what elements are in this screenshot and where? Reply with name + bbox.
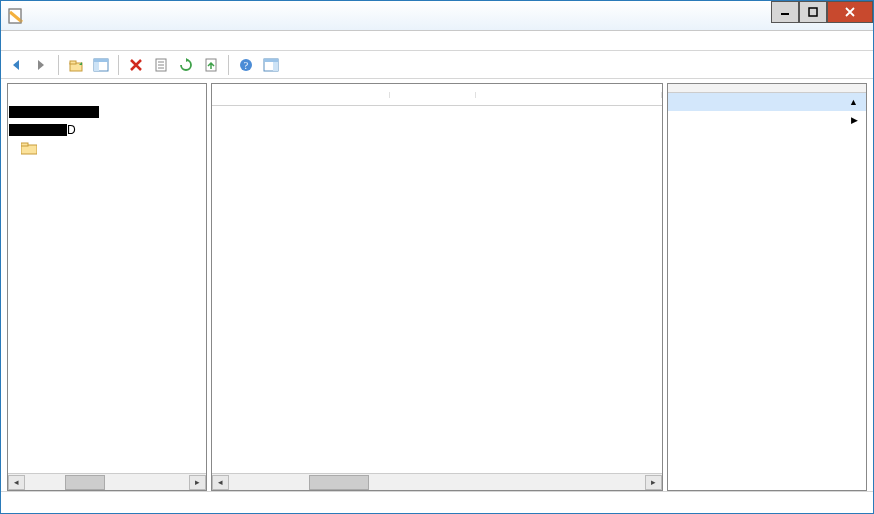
svg-rect-7	[94, 59, 108, 62]
svg-rect-17	[264, 59, 278, 62]
tree-services[interactable]	[9, 139, 205, 157]
scroll-left-button[interactable]: ◂	[212, 475, 229, 490]
svg-rect-3	[809, 8, 817, 16]
svg-rect-2	[781, 13, 789, 15]
toolbar: ?	[1, 51, 873, 79]
scroll-thumb[interactable]	[65, 475, 105, 490]
tree-config-full[interactable]: D	[9, 121, 205, 139]
redacted	[9, 124, 67, 136]
redacted	[9, 106, 99, 118]
collapse-icon[interactable]: ▲	[849, 97, 858, 107]
menu-help[interactable]	[53, 39, 69, 43]
list-header	[212, 84, 662, 106]
show-hide-tree-button[interactable]	[90, 54, 112, 76]
tree-config-partial[interactable]	[9, 103, 205, 121]
properties-button[interactable]	[150, 54, 172, 76]
close-button[interactable]	[827, 1, 873, 23]
scroll-right-button[interactable]: ▸	[645, 475, 662, 490]
title-bar	[1, 1, 873, 31]
scroll-thumb[interactable]	[309, 475, 369, 490]
tree-label-tail: D	[67, 123, 76, 137]
col-name[interactable]	[212, 92, 390, 98]
actions-header	[668, 84, 866, 93]
actions-pane: ▲ ▶	[667, 83, 867, 491]
svg-rect-18	[273, 62, 278, 71]
menu-view[interactable]	[37, 39, 53, 43]
menu-action[interactable]	[21, 39, 37, 43]
toolbar-separator	[58, 55, 59, 75]
scroll-track[interactable]	[25, 475, 189, 490]
window-buttons	[771, 1, 873, 23]
export-button[interactable]	[200, 54, 222, 76]
delete-button[interactable]	[125, 54, 147, 76]
menu-bar	[1, 31, 873, 51]
svg-rect-8	[94, 62, 99, 71]
tree-hscroll[interactable]: ◂ ▸	[8, 473, 206, 490]
toolbar-separator	[228, 55, 229, 75]
folder-icon	[21, 141, 37, 155]
col-class[interactable]	[390, 92, 476, 98]
refresh-button[interactable]	[175, 54, 197, 76]
col-dn[interactable]	[476, 92, 662, 98]
help-button[interactable]: ?	[235, 54, 257, 76]
actions-selection[interactable]: ▲	[668, 93, 866, 111]
list-pane: ◂ ▸	[211, 83, 663, 491]
up-button[interactable]	[65, 54, 87, 76]
tree-pane: D ◂ ▸	[7, 83, 207, 491]
show-hide-action-button[interactable]	[260, 54, 282, 76]
forward-button[interactable]	[30, 54, 52, 76]
app-icon	[7, 7, 25, 25]
content-area: D ◂ ▸ ◂ ▸	[1, 79, 873, 491]
menu-file[interactable]	[5, 39, 21, 43]
list-hscroll[interactable]: ◂ ▸	[212, 473, 662, 490]
svg-rect-20	[21, 143, 28, 146]
chevron-right-icon: ▶	[851, 115, 858, 125]
actions-more[interactable]: ▶	[668, 111, 866, 129]
minimize-button[interactable]	[771, 1, 799, 23]
list-body[interactable]	[212, 106, 662, 473]
toolbar-separator	[118, 55, 119, 75]
scroll-right-button[interactable]: ▸	[189, 475, 206, 490]
maximize-button[interactable]	[799, 1, 827, 23]
scroll-left-button[interactable]: ◂	[8, 475, 25, 490]
tree-root[interactable]	[9, 85, 205, 103]
back-button[interactable]	[5, 54, 27, 76]
svg-text:?: ?	[244, 60, 249, 71]
status-bar	[1, 491, 873, 513]
svg-rect-5	[70, 61, 76, 64]
tree-body[interactable]: D	[8, 84, 206, 473]
scroll-track[interactable]	[229, 475, 645, 490]
